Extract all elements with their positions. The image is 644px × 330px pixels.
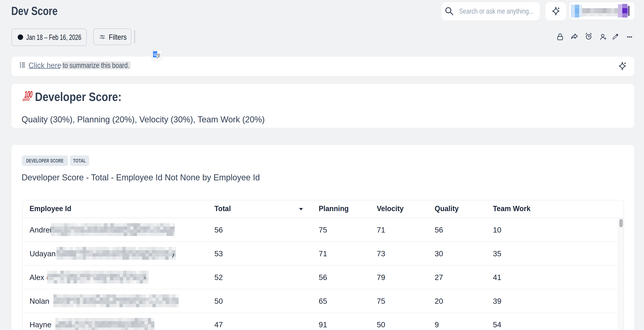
svg-text:G: G: [154, 53, 156, 57]
svg-text:100: 100: [24, 90, 32, 100]
